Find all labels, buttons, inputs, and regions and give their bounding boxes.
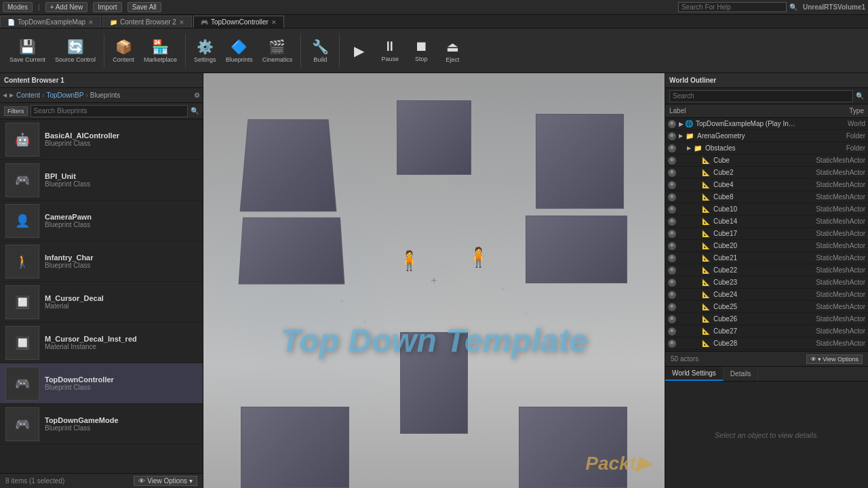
asset-thumbnail: 🎮: [5, 367, 39, 401]
tab-close-icon[interactable]: ✕: [88, 19, 94, 26]
asset-item[interactable]: 🎮TopDownGameModeBlueprint Class: [0, 404, 203, 445]
play-button[interactable]: ▶: [344, 40, 374, 62]
visibility-icon[interactable]: 👁: [668, 303, 676, 311]
viewport[interactable]: 🧍 🧍 + Top Down Template Packt▶: [203, 73, 665, 488]
add-new-button[interactable]: + Add New: [45, 2, 88, 12]
outliner-item[interactable]: 👁 ▶ 📐 Cube23 StaticMeshActor: [665, 277, 868, 289]
asset-item[interactable]: 🤖BasicAI_AIControllerBlueprint Class: [0, 119, 203, 160]
pause-button[interactable]: ⏸ Pause: [375, 36, 405, 65]
visibility-icon[interactable]: 👁: [668, 315, 676, 323]
help-search-input[interactable]: [678, 2, 787, 12]
outliner-item[interactable]: 👁 ▶ 📐 Cube17 StaticMeshActor: [665, 228, 868, 240]
view-options-button[interactable]: 👁 View Options ▾: [134, 476, 197, 486]
outliner-item[interactable]: 👁 ▶ 📐 Cube27 StaticMeshActor: [665, 325, 868, 338]
settings-button[interactable]: ⚙️ Settings: [190, 36, 220, 66]
asset-item[interactable]: 👤CameraPawnBlueprint Class: [0, 201, 203, 241]
search-icon[interactable]: 🔍: [789, 3, 797, 11]
asset-item[interactable]: 🔲M_Cursor_DecalMaterial: [0, 282, 203, 323]
back-icon[interactable]: ◀: [3, 92, 7, 98]
asset-type: Blueprint Class: [45, 180, 197, 188]
tab-contentbrowser[interactable]: 📁 Content Browser 2 ✕: [102, 16, 192, 28]
visibility-icon[interactable]: 👁: [668, 266, 676, 274]
pause-icon: ⏸: [383, 39, 397, 54]
outliner-item[interactable]: 👁 ▶ 📁 Obstacles Folder: [665, 142, 868, 155]
outliner-item-type: StaticMeshActor: [797, 157, 865, 164]
cinematics-button[interactable]: 🎬 Cinematics: [258, 36, 297, 66]
outliner-item-type: StaticMeshActor: [797, 327, 865, 335]
outliner-search-icon[interactable]: 🔍: [856, 92, 864, 100]
save-all-button[interactable]: Save All: [127, 2, 161, 12]
asset-item[interactable]: 🚶Infantry_CharBlueprint Class: [0, 241, 203, 282]
asset-search-input[interactable]: [31, 105, 189, 117]
visibility-icon[interactable]: 👁: [668, 327, 676, 336]
visibility-icon[interactable]: 👁: [668, 132, 676, 140]
tab-topdownexample[interactable]: 📄 TopDownExampleMap ✕: [0, 16, 101, 28]
visibility-icon[interactable]: 👁: [668, 279, 676, 287]
outliner-search-input[interactable]: [669, 90, 853, 102]
outliner-item[interactable]: 👁 ▶ 📐 Cube StaticMeshActor: [665, 155, 868, 167]
breadcrumb-topdownbp[interactable]: TopDownBP: [46, 92, 83, 99]
visibility-icon[interactable]: 👁: [668, 242, 676, 250]
outliner-item[interactable]: 👁 ▶ 📐 Cube24 StaticMeshActor: [665, 289, 868, 301]
outliner-item[interactable]: 👁 ▶ 📐 Cube10 StaticMeshActor: [665, 203, 868, 216]
visibility-icon[interactable]: 👁: [668, 120, 676, 128]
asset-thumbnail: 🎮: [5, 407, 39, 441]
breadcrumb-content[interactable]: Content: [16, 92, 40, 99]
blueprints-button[interactable]: 🔷 Blueprints: [222, 36, 257, 66]
visibility-icon[interactable]: 👁: [668, 169, 676, 177]
visibility-icon[interactable]: 👁: [668, 340, 676, 348]
save-current-button[interactable]: 💾 Save Current: [5, 36, 50, 66]
tab-topdowncontroller[interactable]: 🎮 TopDownController ✕: [193, 16, 284, 28]
outliner-item[interactable]: 👁 ▶ 📐 Cube28 StaticMeshActor: [665, 338, 868, 350]
outliner-item[interactable]: 👁 ▶ 📐 Cube4 StaticMeshActor: [665, 179, 868, 191]
visibility-icon[interactable]: 👁: [668, 230, 676, 238]
asset-item[interactable]: 🎮BPI_UnitBlueprint Class: [0, 160, 203, 201]
build-button[interactable]: 🔧 Build: [305, 36, 335, 66]
outliner-item[interactable]: 👁 ▶ 📐 Cube8 StaticMeshActor: [665, 191, 868, 203]
stop-button[interactable]: ⏹ Stop: [406, 36, 436, 65]
view-options-label: View Options: [147, 477, 187, 485]
modes-button[interactable]: Modes: [3, 2, 33, 12]
outliner-item[interactable]: 👁 ▶ 📐 Cube2 StaticMeshActor: [665, 167, 868, 179]
visibility-icon[interactable]: 👁: [668, 291, 676, 299]
path-options-icon[interactable]: ⚙: [194, 92, 200, 99]
outliner-item[interactable]: 👁 ▶ 📐 Cube14 StaticMeshActor: [665, 216, 868, 228]
visibility-icon[interactable]: 👁: [668, 205, 676, 214]
import-button[interactable]: Import: [93, 2, 121, 12]
world-settings-tab[interactable]: World Settings: [665, 367, 724, 381]
outliner-item[interactable]: 👁 ▶ 📁 ArenaGeometry Folder: [665, 130, 868, 142]
visibility-icon[interactable]: 👁: [668, 181, 676, 189]
outliner-item-name: Cube14: [713, 218, 796, 225]
source-control-button[interactable]: 🔄 Source Control: [51, 36, 100, 66]
asset-name: BasicAI_AIController: [45, 131, 197, 140]
eject-button[interactable]: ⏏ Eject: [437, 36, 467, 66]
asset-item[interactable]: 🔲M_Cursor_Decal_Inst_redMaterial Instanc…: [0, 323, 203, 363]
outliner-view-options-button[interactable]: 👁 ▾ View Options: [806, 354, 863, 364]
content-icon: 📦: [115, 39, 132, 55]
content-button[interactable]: 📦 Content: [108, 36, 138, 66]
visibility-icon[interactable]: 👁: [668, 254, 676, 262]
outliner-item-name: Cube24: [713, 291, 796, 298]
tab-close-icon[interactable]: ✕: [179, 19, 184, 26]
asset-item[interactable]: 🎮TopDownControllerBlueprint Class: [0, 363, 203, 404]
outliner-world-item[interactable]: 👁 ▶ 🌐 TopDownExampleMap (Play In Editor)…: [665, 118, 868, 130]
blueprints-icon: 🔷: [231, 39, 248, 55]
outliner-item[interactable]: 👁 ▶ 📐 Cube22 StaticMeshActor: [665, 264, 868, 277]
outliner-item[interactable]: 👁 ▶ 📐 Cube21 StaticMeshActor: [665, 252, 868, 264]
details-tab[interactable]: Details: [724, 367, 759, 381]
outliner-item[interactable]: 👁 ▶ 📐 Cube26 StaticMeshActor: [665, 313, 868, 325]
asset-list: 🤖BasicAI_AIControllerBlueprint Class🎮BPI…: [0, 119, 203, 473]
search-submit-icon[interactable]: 🔍: [191, 107, 199, 115]
asset-count-status: 8 items (1 selected): [5, 477, 64, 485]
outliner-item[interactable]: 👁 ▶ 📐 Cube25 StaticMeshActor: [665, 301, 868, 313]
marketplace-button[interactable]: 🏪 Marketplace: [140, 36, 181, 66]
visibility-icon[interactable]: 👁: [668, 193, 676, 201]
outliner-item[interactable]: 👁 ▶ 📐 Cube20 StaticMeshActor: [665, 240, 868, 252]
forward-icon[interactable]: ▶: [9, 92, 14, 98]
view-options-eye-icon: 👁: [138, 477, 145, 485]
tab-close-icon[interactable]: ✕: [271, 19, 277, 26]
visibility-icon[interactable]: 👁: [668, 157, 676, 165]
visibility-icon[interactable]: 👁: [668, 218, 676, 226]
filter-button[interactable]: Filters: [4, 106, 28, 116]
visibility-icon[interactable]: 👁: [668, 144, 676, 152]
